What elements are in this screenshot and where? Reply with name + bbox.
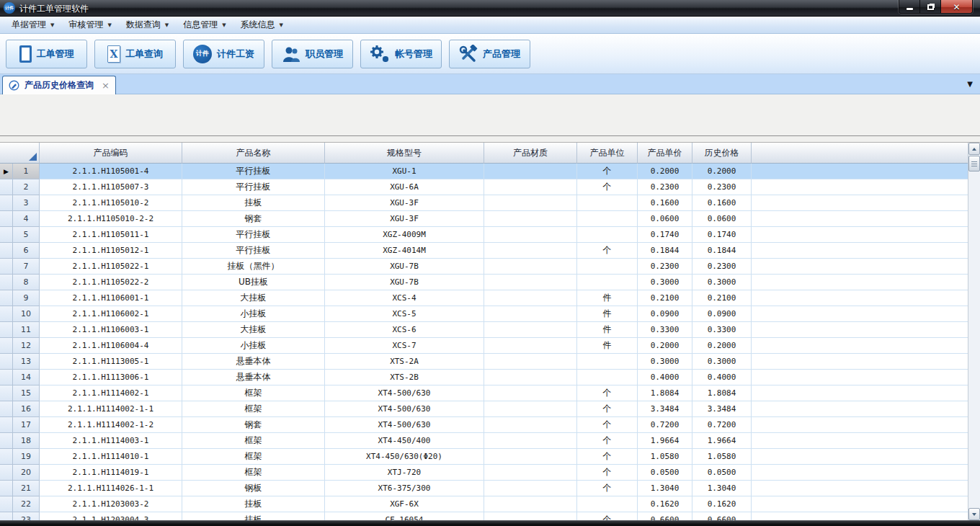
cell-history-price[interactable]: 0.0600 bbox=[692, 211, 752, 227]
cell-history-price[interactable]: 0.1740 bbox=[692, 227, 752, 243]
cell-history-price[interactable]: 0.2000 bbox=[692, 164, 752, 179]
row-number[interactable]: 10 bbox=[13, 306, 40, 322]
cell-history-price[interactable]: 0.2100 bbox=[692, 290, 752, 306]
cell-unit[interactable]: 个 bbox=[577, 385, 638, 401]
piecework-wage-button[interactable]: 计件 计件工资 bbox=[183, 40, 264, 68]
cell-product-code[interactable]: 2.1.1.H1114002-1-2 bbox=[40, 417, 182, 433]
row-number[interactable]: 13 bbox=[13, 354, 40, 370]
cell-product-code[interactable]: 2.1.1.H1105010-2-2 bbox=[40, 211, 182, 227]
scrollbar-thumb[interactable] bbox=[968, 156, 980, 171]
cell-history-price[interactable]: 0.2300 bbox=[692, 259, 752, 275]
cell-spec-model[interactable]: XTS-2B bbox=[325, 370, 484, 385]
cell-material[interactable] bbox=[484, 179, 577, 195]
close-button[interactable]: ✕ bbox=[941, 0, 972, 14]
cell-product-code[interactable]: 2.1.1.H1114010-1 bbox=[40, 449, 182, 465]
cell-material[interactable] bbox=[484, 401, 577, 417]
cell-unit[interactable]: 件 bbox=[577, 338, 638, 354]
table-row[interactable]: 16 2.1.1.H1114002-1-1 框架 XT4-500/630 个 3… bbox=[0, 401, 968, 417]
cell-spec-model[interactable]: XT6-375/300 bbox=[325, 481, 484, 496]
cell-product-name[interactable]: 框架 bbox=[182, 401, 325, 417]
cell-history-price[interactable]: 0.3000 bbox=[692, 354, 752, 370]
cell-material[interactable] bbox=[484, 211, 577, 227]
cell-product-name[interactable]: 框架 bbox=[182, 385, 325, 401]
cell-spec-model[interactable]: XGZ-4009M bbox=[325, 227, 484, 243]
cell-product-name[interactable]: 挂板 bbox=[182, 195, 325, 211]
cell-unit-price[interactable]: 0.6600 bbox=[638, 512, 692, 520]
cell-material[interactable] bbox=[484, 290, 577, 306]
menu-item[interactable]: 系统信息 ▼ bbox=[233, 17, 290, 33]
column-header-code[interactable]: 产品编码 bbox=[40, 143, 182, 164]
row-number[interactable]: 1 bbox=[13, 164, 40, 179]
cell-unit-price[interactable]: 0.1844 bbox=[638, 243, 692, 259]
cell-product-name[interactable]: 悬垂本体 bbox=[182, 370, 325, 385]
cell-history-price[interactable]: 0.3000 bbox=[692, 275, 752, 290]
cell-product-code[interactable]: 2.1.1.H1114019-1 bbox=[40, 465, 182, 481]
cell-history-price[interactable]: 0.1600 bbox=[692, 195, 752, 211]
cell-history-price[interactable]: 1.0580 bbox=[692, 449, 752, 465]
cell-product-code[interactable]: 2.1.1.H1114003-1 bbox=[40, 433, 182, 449]
row-number[interactable]: 12 bbox=[13, 338, 40, 354]
table-row[interactable]: 13 2.1.1.H1113005-1 悬垂本体 XTS-2A 0.3000 0… bbox=[0, 354, 968, 370]
cell-unit-price[interactable]: 0.1600 bbox=[638, 195, 692, 211]
table-row[interactable]: 18 2.1.1.H1114003-1 框架 XT4-450/400 个 1.9… bbox=[0, 433, 968, 449]
row-number[interactable]: 14 bbox=[13, 370, 40, 385]
menu-item[interactable]: 数据查询 ▼ bbox=[119, 17, 176, 33]
cell-unit[interactable]: 个 bbox=[577, 449, 638, 465]
table-row[interactable]: 9 2.1.1.H1106001-1 大挂板 XCS-4 件 0.2100 0.… bbox=[0, 290, 968, 306]
cell-product-code[interactable]: 2.1.1.H1105010-2 bbox=[40, 195, 182, 211]
row-number[interactable]: 15 bbox=[13, 385, 40, 401]
cell-spec-model[interactable]: XCS-7 bbox=[325, 338, 484, 354]
column-header-material[interactable]: 产品材质 bbox=[484, 143, 577, 164]
table-row[interactable]: 11 2.1.1.H1106003-1 大挂板 XCS-6 件 0.3300 0… bbox=[0, 322, 968, 338]
column-header-history[interactable]: 历史价格 bbox=[692, 143, 752, 164]
row-number[interactable]: 3 bbox=[13, 195, 40, 211]
cell-spec-model[interactable]: XGU-7B bbox=[325, 259, 484, 275]
cell-unit[interactable]: 个 bbox=[577, 433, 638, 449]
cell-product-name[interactable]: 平行挂板 bbox=[182, 243, 325, 259]
cell-material[interactable] bbox=[484, 227, 577, 243]
cell-spec-model[interactable]: XCS-4 bbox=[325, 290, 484, 306]
column-header-name[interactable]: 产品名称 bbox=[182, 143, 325, 164]
cell-product-code[interactable]: 2.1.1.H1105001-4 bbox=[40, 164, 182, 179]
row-number[interactable]: 18 bbox=[13, 433, 40, 449]
table-row[interactable]: 3 2.1.1.H1105010-2 挂板 XGU-3F 0.1600 0.16… bbox=[0, 195, 968, 211]
cell-material[interactable] bbox=[484, 433, 577, 449]
table-row[interactable]: 10 2.1.1.H1106002-1 小挂板 XCS-5 件 0.0900 0… bbox=[0, 306, 968, 322]
cell-material[interactable] bbox=[484, 306, 577, 322]
cell-unit[interactable]: 件 bbox=[577, 306, 638, 322]
cell-product-code[interactable]: 2.1.1.H1114002-1-1 bbox=[40, 401, 182, 417]
cell-product-name[interactable]: 框架 bbox=[182, 449, 325, 465]
cell-unit-price[interactable]: 0.0900 bbox=[638, 306, 692, 322]
cell-unit-price[interactable]: 0.0600 bbox=[638, 211, 692, 227]
cell-product-code[interactable]: 2.1.1.H1106002-1 bbox=[40, 306, 182, 322]
cell-spec-model[interactable]: XTS-2A bbox=[325, 354, 484, 370]
vertical-scrollbar[interactable] bbox=[968, 143, 980, 520]
table-row[interactable]: 15 2.1.1.H1114002-1 框架 XT4-500/630 个 1.8… bbox=[0, 385, 968, 401]
cell-history-price[interactable]: 0.4000 bbox=[692, 370, 752, 385]
cell-product-name[interactable]: 小挂板 bbox=[182, 338, 325, 354]
row-number[interactable]: 20 bbox=[13, 465, 40, 481]
tab-overflow-icon[interactable]: ▼ bbox=[967, 80, 973, 88]
cell-unit-price[interactable]: 0.7200 bbox=[638, 417, 692, 433]
cell-unit[interactable] bbox=[577, 275, 638, 290]
table-row[interactable]: ▶ 1 2.1.1.H1105001-4 平行挂板 XGU-1 个 0.2000… bbox=[0, 164, 968, 179]
cell-spec-model[interactable]: XT4-500/630 bbox=[325, 385, 484, 401]
cell-unit-price[interactable]: 1.8084 bbox=[638, 385, 692, 401]
cell-unit[interactable] bbox=[577, 496, 638, 512]
cell-product-name[interactable]: 钢套 bbox=[182, 417, 325, 433]
cell-material[interactable] bbox=[484, 385, 577, 401]
cell-unit-price[interactable]: 0.4000 bbox=[638, 370, 692, 385]
cell-unit[interactable]: 个 bbox=[577, 512, 638, 520]
cell-product-name[interactable]: 平行挂板 bbox=[182, 227, 325, 243]
row-number[interactable]: 4 bbox=[13, 211, 40, 227]
cell-unit[interactable]: 个 bbox=[577, 179, 638, 195]
scroll-down-button[interactable] bbox=[968, 508, 980, 520]
cell-spec-model[interactable]: XT4-450/400 bbox=[325, 433, 484, 449]
cell-unit-price[interactable]: 0.2300 bbox=[638, 179, 692, 195]
cell-unit-price[interactable]: 0.1620 bbox=[638, 496, 692, 512]
cell-unit-price[interactable]: 3.3484 bbox=[638, 401, 692, 417]
cell-material[interactable] bbox=[484, 164, 577, 179]
cell-spec-model[interactable]: XGF-6X bbox=[325, 496, 484, 512]
cell-material[interactable] bbox=[484, 496, 577, 512]
row-number[interactable]: 23 bbox=[13, 512, 40, 520]
